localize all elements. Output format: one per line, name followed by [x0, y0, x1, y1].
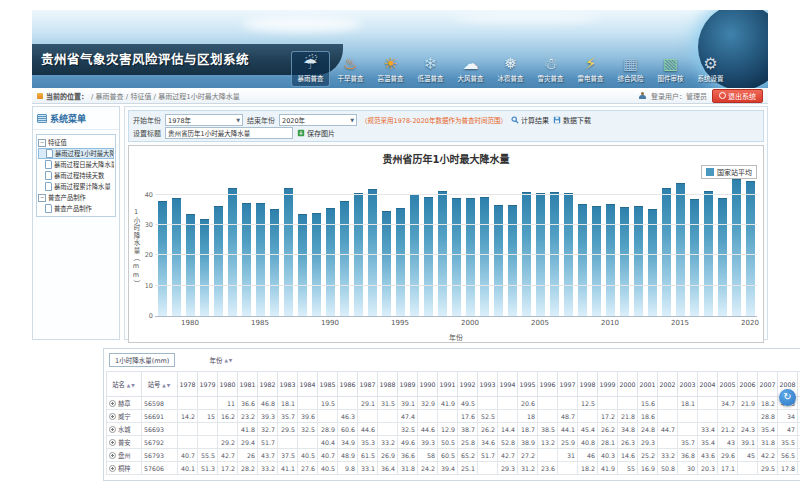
- start-year-select[interactable]: 1978年 ▼: [165, 114, 243, 126]
- chart-legend[interactable]: 国家站平均: [701, 165, 757, 179]
- cell-1989: 36.6: [398, 449, 418, 462]
- bar-1997: [424, 197, 433, 316]
- nav-item-lightning[interactable]: ⚡雷电普查: [571, 51, 610, 87]
- end-year-value: 2020年: [282, 115, 305, 125]
- col-year-1982[interactable]: 1982: [258, 372, 278, 397]
- col-year-1991[interactable]: 1991: [438, 372, 458, 397]
- col-year-1980[interactable]: 1980: [218, 372, 238, 397]
- col-year-2001[interactable]: 2001: [638, 372, 658, 397]
- sidebar-item-2[interactable]: 暴雨过程日最大降水量: [38, 159, 114, 170]
- col-year-1997[interactable]: 1997: [558, 372, 578, 397]
- nav-item-composite-risk[interactable]: ▦综合风险: [611, 51, 650, 87]
- cell-1996: 38.5: [538, 423, 558, 436]
- radio-icon[interactable]: [109, 465, 116, 472]
- col-year-1995[interactable]: 1995: [518, 372, 538, 397]
- logout-button[interactable]: 退出系统: [712, 89, 763, 103]
- end-year-select[interactable]: 2020年 ▼: [279, 114, 357, 126]
- col-year-2004[interactable]: 2004: [698, 372, 718, 397]
- cell-2003: 18.1: [678, 397, 698, 410]
- table-row[interactable]: 盘州5679340.755.542.72643.737.540.540.748.…: [107, 449, 800, 462]
- col-year-2002[interactable]: 2002: [658, 372, 678, 397]
- bar-1979: [172, 198, 181, 316]
- col-year-1983[interactable]: 1983: [278, 372, 298, 397]
- sidebar-item-5[interactable]: −普查产品制作: [38, 192, 114, 203]
- station-name[interactable]: 盘州: [107, 449, 142, 462]
- nav-item-low-temp[interactable]: ❄低温普查: [411, 51, 450, 87]
- sort-arrows-icon[interactable]: ▲▼: [162, 383, 171, 388]
- radio-icon[interactable]: [109, 400, 116, 407]
- sidebar-item-6[interactable]: 普查产品制作: [38, 203, 114, 214]
- save-image-button[interactable]: 保存图片: [297, 128, 335, 138]
- breadcrumb-path[interactable]: / 暴雨普查 / 特征值 / 暴雨过程1小时最大降水量: [91, 91, 240, 101]
- col-station-id[interactable]: 站号 ▲▼: [142, 372, 178, 397]
- sidebar-item-4[interactable]: 暴雨过程累计降水量: [38, 181, 114, 192]
- station-name[interactable]: 水城: [107, 423, 142, 436]
- cell-1997: 48.7: [558, 410, 578, 423]
- nav-item-map-review[interactable]: ▧图件审核: [651, 51, 690, 87]
- refresh-spinner[interactable]: ↻: [779, 389, 796, 406]
- col-year-1984[interactable]: 1984: [298, 372, 318, 397]
- nav-item-hail[interactable]: ❅冰雹普查: [491, 51, 530, 87]
- table-row[interactable]: 赫章565981136.646.818.119.529.131.539.132.…: [107, 397, 800, 410]
- cell-2003: [678, 410, 698, 423]
- table-row[interactable]: 普安5679229.229.451.740.434.935.333.249.63…: [107, 436, 800, 449]
- col-year-1986[interactable]: 1986: [338, 372, 358, 397]
- col-year-1978[interactable]: 1978: [178, 372, 198, 397]
- sidebar-item-3[interactable]: 暴雨过程持续天数: [38, 170, 114, 181]
- nav-item-high-temp[interactable]: ☀高温普查: [371, 51, 410, 87]
- col-year-2003[interactable]: 2003: [678, 372, 698, 397]
- sidebar-item-1[interactable]: 暴雨过程1小时最大降水量: [38, 148, 114, 159]
- calc-results-button[interactable]: 计算结果: [511, 115, 549, 125]
- col-year-1996[interactable]: 1996: [538, 372, 558, 397]
- chevron-down-icon: ▼: [350, 117, 354, 123]
- col-year-1979[interactable]: 1979: [198, 372, 218, 397]
- data-table: 站名 ▲▼站号 ▲▼197819791980198119821983198419…: [106, 371, 800, 475]
- station-name[interactable]: 赫章: [107, 397, 142, 410]
- nav-item-gale[interactable]: ☁大风普查: [451, 51, 490, 87]
- col-year-1993[interactable]: 1993: [478, 372, 498, 397]
- col-year-1990[interactable]: 1990: [418, 372, 438, 397]
- sidebar-item-label: 暴雨过程持续天数: [54, 171, 104, 180]
- col-year-1981[interactable]: 1981: [238, 372, 258, 397]
- col-year-1998[interactable]: 1998: [578, 372, 598, 397]
- radio-icon[interactable]: [109, 452, 116, 459]
- radio-icon[interactable]: [109, 439, 116, 446]
- col-year-2005[interactable]: 2005: [718, 372, 738, 397]
- cell-1994: 42.7: [498, 449, 518, 462]
- sidebar-item-0[interactable]: −特征值: [38, 137, 114, 148]
- sort-arrows-icon[interactable]: ▲▼: [127, 383, 136, 388]
- col-year-1987[interactable]: 1987: [358, 372, 378, 397]
- col-year-1992[interactable]: 1992: [458, 372, 478, 397]
- nav-item-rainstorm[interactable]: ☔暴雨普查: [291, 51, 330, 87]
- col-year-1999[interactable]: 1999: [598, 372, 618, 397]
- station-name[interactable]: 桐梓: [107, 462, 142, 475]
- col-year-1985[interactable]: 1985: [318, 372, 338, 397]
- col-year-2007[interactable]: 2007: [758, 372, 778, 397]
- nav-item-drought[interactable]: ♨干旱普查: [331, 51, 370, 87]
- col-year-2000[interactable]: 2000: [618, 372, 638, 397]
- nav-item-snow-disaster[interactable]: ☃雪灾普查: [531, 51, 570, 87]
- station-name[interactable]: 威宁: [107, 410, 142, 423]
- data-download-button[interactable]: 数据下载: [553, 115, 591, 125]
- cell-1987: [358, 410, 378, 423]
- col-year-1994[interactable]: 1994: [498, 372, 518, 397]
- table-row[interactable]: 威宁5669114.21516.223.239.335.739.646.347.…: [107, 410, 800, 423]
- radio-icon[interactable]: [109, 426, 116, 433]
- year-sort-control[interactable]: 年份 ▲▼: [209, 355, 233, 365]
- cell-1986: 34.9: [338, 436, 358, 449]
- start-year-value: 1978年: [168, 115, 191, 125]
- table-row[interactable]: 水城5669341.832.729.532.528.960.644.632.54…: [107, 423, 800, 436]
- col-station-name[interactable]: 站名 ▲▼: [107, 372, 142, 397]
- station-name[interactable]: 普安: [107, 436, 142, 449]
- nav-item-settings[interactable]: ⚙系统设置: [691, 51, 730, 87]
- radio-icon[interactable]: [109, 413, 116, 420]
- bar-2010: [606, 204, 615, 316]
- bar-1991: [340, 201, 349, 316]
- col-year-1988[interactable]: 1988: [378, 372, 398, 397]
- col-year-2006[interactable]: 2006: [738, 372, 758, 397]
- sort-arrows-icon[interactable]: ▲▼: [224, 358, 233, 363]
- chart-title-input[interactable]: [165, 127, 293, 139]
- table-row[interactable]: 桐梓5760640.151.317.228.233.241.127.640.59…: [107, 462, 800, 475]
- top-navigation: ☔暴雨普查♨干旱普查☀高温普查❄低温普查☁大风普查❅冰雹普查☃雪灾普查⚡雷电普查…: [291, 51, 730, 87]
- col-year-1989[interactable]: 1989: [398, 372, 418, 397]
